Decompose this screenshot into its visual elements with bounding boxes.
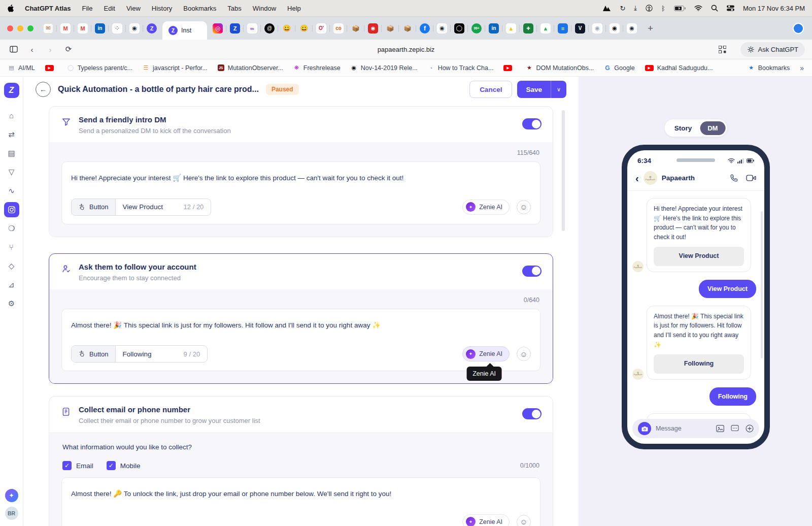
message-editor[interactable]: Almost there! 🎉 This special link is jus…	[61, 309, 540, 372]
tab-favicon-threads[interactable]: @	[264, 23, 275, 34]
menubar-app-name[interactable]: ChatGPT Atlas	[25, 5, 71, 12]
step-card-intro-dm[interactable]: Send a friendly intro DM Send a personal…	[49, 106, 553, 237]
back-chevron-icon[interactable]: ‹	[635, 173, 639, 183]
back-icon[interactable]: ‹	[25, 43, 39, 56]
tab-favicon-linkedin[interactable]: in	[489, 23, 499, 34]
menu-history[interactable]: History	[152, 5, 172, 12]
ai-assistant-button[interactable]: ✦	[5, 489, 18, 502]
bookmark-bookmarks[interactable]: ★Bookmarks	[748, 64, 790, 72]
downloads-icon[interactable]: ⤓	[634, 4, 637, 12]
bookmark-github-release[interactable]: ◉Nov-14-2019 Rele...	[351, 64, 418, 72]
sidebar-item-chats[interactable]: ❍	[4, 221, 19, 236]
tab-favicon-fingerprint[interactable]: ◉	[627, 23, 637, 34]
tab-favicon-package[interactable]: 📦	[402, 23, 413, 34]
save-button[interactable]: Save ∨	[517, 81, 566, 98]
forward-icon[interactable]: ›	[44, 43, 57, 56]
tab-favicon-red-app[interactable]: ◉	[368, 23, 378, 34]
ask-chatgpt-button[interactable]: Ask ChatGPT	[740, 42, 805, 57]
video-call-icon[interactable]	[746, 174, 756, 182]
sidebar-item-broadcasts[interactable]: ∿	[4, 183, 19, 199]
emoji-picker-button[interactable]: ☺	[517, 515, 531, 526]
message-input[interactable]: Message	[656, 425, 682, 432]
scan-qr-icon[interactable]	[716, 43, 729, 56]
step-toggle[interactable]	[522, 118, 542, 129]
zenie-ai-button[interactable]: ✦ Zenie AI	[462, 346, 510, 361]
step-card-follow[interactable]: Ask them to follow your account Encourag…	[49, 253, 553, 384]
bookmark-mutationobserver[interactable]: JSMutationObserver...	[218, 64, 283, 72]
zenie-ai-button[interactable]: ✦ Zenie AI	[462, 514, 510, 526]
tab-dm[interactable]: DM	[700, 121, 725, 135]
bookmark-dom-mutation[interactable]: ★DOM MutationObs...	[526, 64, 594, 72]
sidebar-toggle-icon[interactable]	[7, 43, 20, 56]
sidebar-item-contacts[interactable]: ▤	[4, 146, 19, 161]
reload-icon[interactable]: ⟳	[62, 43, 75, 56]
bookmark-youtube[interactable]: ▶	[503, 65, 516, 71]
battery-icon[interactable]	[674, 6, 686, 11]
tab-favicon-gray[interactable]: ◉	[592, 23, 602, 34]
sync-icon[interactable]: ↻	[620, 5, 625, 12]
tab-favicon-odoo[interactable]: O'	[316, 23, 326, 34]
user-avatar[interactable]: BR	[5, 507, 18, 520]
control-center-icon[interactable]	[727, 5, 734, 11]
step-toggle[interactable]	[522, 266, 542, 277]
menubar-clock[interactable]: Mon 17 Nov 6:34 PM	[743, 5, 805, 12]
tab-favicon-fingerprint[interactable]: ◉	[129, 23, 140, 34]
zepic-logo[interactable]: Z	[4, 83, 19, 98]
bookmark-stackoverflow[interactable]: ☰javascript - Perfor...	[143, 64, 208, 72]
tab-favicon-drive[interactable]: ▲	[506, 23, 516, 34]
tab-favicon-black-circle[interactable]: ◯	[454, 23, 464, 34]
bookmark-kadhal[interactable]: ▶Kadhal Sadugudu...	[645, 64, 713, 72]
menu-edit[interactable]: Edit	[104, 5, 115, 12]
tab-favicon-mail[interactable]: ✉	[43, 23, 53, 34]
comment-icon[interactable]	[731, 425, 739, 432]
bookmarks-overflow-icon[interactable]: »	[800, 64, 804, 72]
sidebar-item-automations[interactable]: ⑂	[4, 240, 19, 255]
tab-favicon-sheets[interactable]: ✚	[523, 23, 533, 34]
bubble-cta-button[interactable]: Following	[654, 354, 744, 373]
tab-favicon-zepic[interactable]: Z	[147, 23, 157, 34]
sidebar-item-segments[interactable]: ▽	[4, 165, 19, 180]
message-text[interactable]: Almost there! 🎉 This special link is jus…	[71, 320, 531, 331]
close-window-button[interactable]	[7, 25, 13, 31]
menu-view[interactable]: View	[126, 5, 141, 12]
button-text-input[interactable]: Following	[116, 350, 182, 358]
checkbox-checked-icon[interactable]: ✓	[62, 461, 72, 470]
emoji-picker-button[interactable]: ☺	[517, 347, 531, 361]
message-text[interactable]: Almost there! 🔑 To unlock the link, just…	[71, 489, 531, 499]
step-toggle[interactable]	[522, 408, 542, 419]
menu-bookmarks[interactable]: Bookmarks	[183, 5, 216, 12]
sidebar-item-products[interactable]: ◇	[4, 258, 19, 274]
sidebar-item-flows[interactable]: ⇄	[4, 127, 19, 142]
checkbox-checked-icon[interactable]: ✓	[107, 461, 116, 470]
call-icon[interactable]	[730, 174, 738, 182]
dm-composer[interactable]: Message	[632, 419, 759, 438]
gallery-icon[interactable]	[716, 425, 724, 432]
tab-favicon-package[interactable]: 📦	[351, 23, 361, 34]
minimize-window-button[interactable]	[17, 25, 23, 31]
apple-logo-icon[interactable]	[7, 5, 14, 12]
tab-favicon-instagram[interactable]: ◎	[213, 23, 223, 34]
bookmark-folder-aiml[interactable]: ▤AI/ML	[8, 64, 35, 72]
save-label[interactable]: Save	[517, 86, 551, 93]
sidebar-item-analytics[interactable]: ⊿	[4, 277, 19, 292]
bookmark-youtube[interactable]: ▶	[45, 65, 57, 71]
bookmark-freshrelease[interactable]: ❋Freshrelease	[293, 64, 341, 72]
tab-favicon-github[interactable]: ◉	[610, 23, 620, 34]
zoom-window-button[interactable]	[27, 25, 33, 31]
button-text-input[interactable]: View Product	[116, 203, 182, 211]
address-url[interactable]: papaearth.zepic.biz	[0, 46, 812, 53]
sidebar-item-settings[interactable]: ⚙	[4, 296, 19, 311]
tab-favicon-gmail[interactable]: M	[78, 23, 88, 34]
tab-favicon-package[interactable]: 📦	[385, 23, 395, 34]
spotlight-search-icon[interactable]	[711, 5, 718, 12]
message-text[interactable]: Hi there! Appreciate your interest 🛒 Her…	[71, 173, 531, 183]
menu-help[interactable]: Help	[287, 5, 301, 12]
checkbox-mobile[interactable]: ✓ Mobile	[107, 461, 141, 470]
button-type-selector[interactable]: Button	[72, 346, 116, 362]
tab-favicon-co[interactable]: co	[333, 23, 344, 34]
tab-favicon-v-app[interactable]: V	[575, 23, 585, 34]
tab-favicon-linkedin[interactable]: in	[95, 23, 105, 34]
save-dropdown-caret[interactable]: ∨	[551, 86, 566, 93]
tab-favicon-blue-z[interactable]: Z	[230, 23, 240, 34]
tab-favicon-badge-99[interactable]: 99+	[471, 23, 482, 34]
